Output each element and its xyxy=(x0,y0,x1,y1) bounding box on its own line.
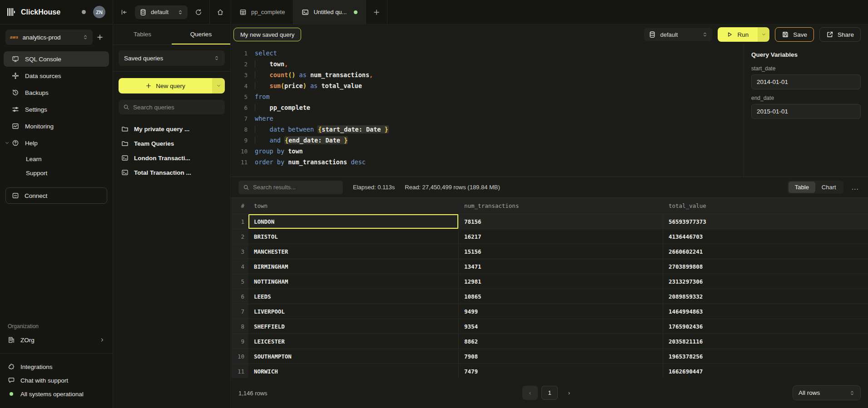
table-cell[interactable]: LEICESTER xyxy=(248,334,458,349)
notification-dot-icon[interactable] xyxy=(82,10,86,14)
view-toggle-chart[interactable]: Chart xyxy=(815,182,843,193)
sidebar-item-learn[interactable]: Learn xyxy=(4,152,109,166)
table-cell[interactable]: 2703899808 xyxy=(663,259,868,274)
end-date-input[interactable] xyxy=(751,104,861,119)
code-line[interactable]: 8 date between {start_date: Date } xyxy=(237,124,744,135)
table-cell[interactable]: 9354 xyxy=(458,319,663,334)
refresh-button[interactable] xyxy=(188,0,209,24)
results-search-input[interactable] xyxy=(253,184,338,191)
table-cell[interactable]: 8862 xyxy=(458,334,663,349)
code-line[interactable]: 2 town, xyxy=(237,59,744,69)
table-cell[interactable]: 56593977373 xyxy=(663,214,868,229)
avatar[interactable]: ZN xyxy=(93,6,105,18)
table-cell[interactable]: 7479 xyxy=(458,364,663,378)
column-header-num_transactions[interactable]: num_transactions xyxy=(458,198,663,214)
table-cell[interactable]: 1765902436 xyxy=(663,319,868,334)
connect-button[interactable]: Connect xyxy=(5,187,107,204)
next-page-button[interactable]: › xyxy=(561,386,577,400)
tab-tables[interactable]: Tables xyxy=(113,25,172,44)
prev-page-button[interactable]: ‹ xyxy=(522,386,538,400)
new-query-button[interactable]: New query xyxy=(119,78,225,93)
saved-query-pill[interactable]: My new saved query xyxy=(233,28,301,41)
table-cell[interactable]: SHEFFIELD xyxy=(248,319,458,334)
code-line[interactable]: 9 and {end_date: Date } xyxy=(237,135,744,146)
view-toggle-table[interactable]: Table xyxy=(789,182,815,193)
table-cell[interactable]: 78156 xyxy=(458,214,663,229)
code-line[interactable]: 11order by num_transactions desc xyxy=(237,157,744,167)
table-cell[interactable]: NORWICH xyxy=(248,364,458,378)
start-date-input[interactable] xyxy=(751,74,861,89)
table-cell[interactable]: 2313297306 xyxy=(663,274,868,289)
current-page[interactable]: 1 xyxy=(541,386,558,400)
query-list-item[interactable]: My private query ... xyxy=(119,122,225,136)
saved-queries-select[interactable]: Saved queries xyxy=(119,50,225,66)
table-cell[interactable]: 2660602241 xyxy=(663,244,868,259)
query-list-item[interactable]: Team Queries xyxy=(119,136,225,151)
code-line[interactable]: 1select xyxy=(237,48,744,59)
results-more-button[interactable]: ... xyxy=(850,183,861,192)
table-cell[interactable]: BIRMINGHAM xyxy=(248,259,458,274)
table-cell[interactable]: 2089859332 xyxy=(663,289,868,304)
new-tab-button[interactable] xyxy=(366,0,387,24)
home-tab[interactable] xyxy=(210,0,231,24)
topbar-database-select[interactable]: default xyxy=(135,5,188,19)
code-line[interactable]: 3 count() as num_transactions, xyxy=(237,69,744,80)
table-cell[interactable]: 4136446703 xyxy=(663,229,868,244)
column-header-town[interactable]: town xyxy=(248,198,458,214)
home-icon xyxy=(217,9,224,16)
table-cell[interactable]: 15156 xyxy=(458,244,663,259)
run-button[interactable]: Run xyxy=(718,27,769,42)
table-cell[interactable]: 2035821116 xyxy=(663,334,868,349)
code-line[interactable]: 4 sum(price) as total_value xyxy=(237,80,744,91)
query-search-input[interactable] xyxy=(133,104,220,111)
integrations-link[interactable]: Integrations xyxy=(8,360,105,374)
table-cell[interactable]: SOUTHAMPTON xyxy=(248,349,458,364)
table-cell[interactable]: 13471 xyxy=(458,259,663,274)
instance-select[interactable]: aws analytics-prod xyxy=(5,29,93,45)
collapse-sidebar-button[interactable] xyxy=(113,0,135,24)
new-query-dropdown[interactable] xyxy=(212,78,225,93)
table-cell[interactable]: 1965378256 xyxy=(663,349,868,364)
code-editor[interactable]: 1select2 town,3 count() as num_transacti… xyxy=(231,44,744,177)
column-header-index[interactable]: # xyxy=(231,198,248,214)
query-list-item[interactable]: London Transacti... xyxy=(119,151,225,165)
table-cell[interactable]: BRISTOL xyxy=(248,229,458,244)
sidebar-item-help[interactable]: Help xyxy=(4,135,109,151)
code-line[interactable]: 5from xyxy=(237,91,744,102)
add-instance-button[interactable] xyxy=(93,30,107,44)
share-button[interactable]: Share xyxy=(819,27,861,42)
run-options-dropdown[interactable] xyxy=(758,27,769,42)
table-cell[interactable]: NOTTINGHAM xyxy=(248,274,458,289)
column-header-total_value[interactable]: total_value xyxy=(663,198,868,214)
sidebar-item-settings[interactable]: Settings xyxy=(4,102,109,117)
sidebar-item-sql-console[interactable]: SQL Console xyxy=(4,51,109,67)
table-cell[interactable]: 1464994863 xyxy=(663,304,868,319)
sidebar-item-data-sources[interactable]: Data sources xyxy=(4,68,109,84)
table-cell[interactable]: LIVERPOOL xyxy=(248,304,458,319)
code-line[interactable]: 10group by town xyxy=(237,146,744,157)
system-status-link[interactable]: All systems operational xyxy=(8,387,105,401)
table-cell[interactable]: 7908 xyxy=(458,349,663,364)
tab-pp-complete[interactable]: pp_complete xyxy=(231,0,293,24)
organization-row[interactable]: ZOrg xyxy=(0,332,113,348)
table-cell[interactable]: LONDON xyxy=(248,214,458,229)
chat-support-link[interactable]: Chat with support xyxy=(8,374,105,387)
table-cell[interactable]: 9499 xyxy=(458,304,663,319)
sidebar-item-support[interactable]: Support xyxy=(4,166,109,180)
tab-queries[interactable]: Queries xyxy=(172,25,230,44)
table-cell[interactable]: 12981 xyxy=(458,274,663,289)
table-cell[interactable]: MANCHESTER xyxy=(248,244,458,259)
page-size-select[interactable]: All rows xyxy=(793,385,861,400)
query-list-item[interactable]: Total Transaction ... xyxy=(119,165,225,180)
table-cell[interactable]: 10865 xyxy=(458,289,663,304)
code-line[interactable]: 6 pp_complete xyxy=(237,102,744,113)
table-cell[interactable]: 1662690447 xyxy=(663,364,868,378)
table-cell[interactable]: LEEDS xyxy=(248,289,458,304)
save-button[interactable]: Save xyxy=(775,27,814,42)
sidebar-item-monitoring[interactable]: Monitoring xyxy=(4,118,109,134)
sidebar-item-backups[interactable]: Backups xyxy=(4,85,109,100)
table-cell[interactable]: 16217 xyxy=(458,229,663,244)
editor-database-select[interactable]: default xyxy=(644,28,712,41)
code-line[interactable]: 7where xyxy=(237,113,744,124)
tab-untitled-query[interactable]: Untitled qu... xyxy=(293,0,366,24)
